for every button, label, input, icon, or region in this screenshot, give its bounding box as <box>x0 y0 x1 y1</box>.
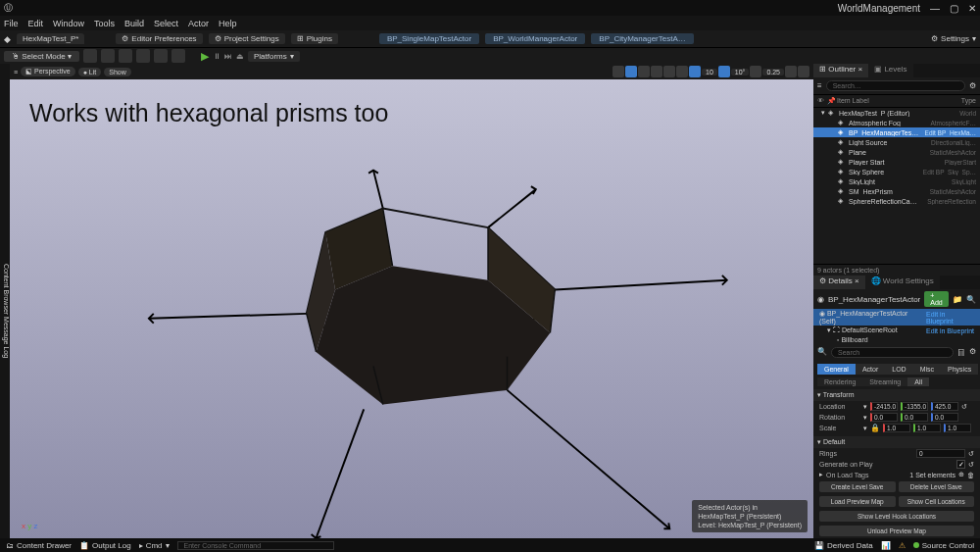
scale-x[interactable]: 1.0 <box>883 424 910 432</box>
menu-help[interactable]: Help <box>219 19 237 28</box>
pause-icon[interactable]: ⏸ <box>213 52 220 61</box>
source-control-button[interactable]: Source Control <box>913 541 974 550</box>
skip-icon[interactable]: ⏭ <box>224 52 232 61</box>
platforms-dropdown[interactable]: Platforms ▾ <box>248 51 300 62</box>
menu-build[interactable]: Build <box>124 19 144 28</box>
blueprints-icon[interactable] <box>154 49 168 63</box>
rotation-z[interactable]: 0.0 <box>931 413 958 422</box>
rotation-x[interactable]: 0.0 <box>870 413 898 422</box>
details-category-tab[interactable]: LOD <box>885 364 912 375</box>
menu-window[interactable]: Window <box>53 19 84 28</box>
output-log-button[interactable]: 📋 Output Log <box>79 541 131 550</box>
show-dropdown[interactable]: Show <box>104 68 131 76</box>
find-icon[interactable]: 🔍 <box>966 295 976 304</box>
scale-z[interactable]: 1.0 <box>944 424 971 432</box>
location-z[interactable]: 425.0 <box>931 402 958 411</box>
save-icon[interactable] <box>83 49 97 63</box>
bp-tab-1[interactable]: BP_SingleMapTestActor <box>379 33 479 44</box>
message-log-tab[interactable]: Message Log <box>3 317 10 358</box>
settings-dropdown[interactable]: Settings <box>941 34 969 43</box>
details-tab[interactable]: ⚙ Details × <box>813 276 865 289</box>
add-icon[interactable] <box>119 49 132 63</box>
details-category-tab[interactable]: Actor <box>856 364 885 375</box>
edit-blueprint-link[interactable]: Edit in Blueprint <box>926 311 974 325</box>
outliner-row[interactable]: ◈Player StartPlayerStart <box>813 157 980 167</box>
outliner-row[interactable]: ◈Atmospheric FogAtmosphericF… <box>813 118 980 127</box>
component-row[interactable]: ▫ Billboard <box>813 335 980 344</box>
vp-tool-6[interactable] <box>676 66 688 77</box>
asset-tab[interactable]: HexMapTest_P* <box>17 33 84 44</box>
vp-angle-snap[interactable] <box>718 66 730 77</box>
menu-tools[interactable]: Tools <box>94 19 115 28</box>
content-browser-tab[interactable]: Content Browser <box>3 264 10 315</box>
menu-select[interactable]: Select <box>154 19 178 28</box>
action-button[interactable]: Show Level Hook Locations <box>819 511 974 522</box>
vp-camera-speed[interactable] <box>785 66 797 77</box>
generate-on-play-checkbox[interactable] <box>956 460 965 469</box>
action-button[interactable]: Show Cell Locations <box>899 496 975 507</box>
details-subtab[interactable]: Rendering <box>817 377 862 386</box>
location-y[interactable]: -1355.0 <box>901 402 928 411</box>
editor-prefs-button[interactable]: ⚙Editor Preferences <box>116 33 202 44</box>
vp-grid-snap[interactable] <box>689 66 701 77</box>
self-component-row[interactable]: ◉ BP_HexManagerTestActor (Self) Edit in … <box>813 309 980 326</box>
browse-icon[interactable]: 📁 <box>953 295 962 304</box>
stop-icon[interactable]: ⏏ <box>236 52 244 61</box>
action-button[interactable]: Unload Preview Map <box>819 526 974 536</box>
action-button[interactable]: Delete Level Save <box>899 481 975 492</box>
details-subtab[interactable]: All <box>907 377 929 386</box>
expand-icon[interactable]: ▸ <box>819 471 823 478</box>
close-icon[interactable]: × <box>855 276 859 285</box>
action-button[interactable]: Load Preview Map <box>819 496 896 507</box>
details-category-tab[interactable]: Misc <box>913 364 941 375</box>
viewport-menu-icon[interactable]: ≡ <box>14 69 18 75</box>
details-category-tab[interactable]: Physics <box>941 364 978 375</box>
action-button[interactable]: Create Level Save <box>819 481 896 492</box>
clear-icon[interactable]: 🗑 <box>967 472 974 478</box>
vp-maximize[interactable] <box>798 66 809 77</box>
bp-tab-2[interactable]: BP_WorldManagerActor <box>485 33 585 44</box>
outliner-tab[interactable]: ⊞ Outliner × <box>813 64 868 77</box>
filter-icon[interactable]: 目 <box>957 347 965 358</box>
transform-section[interactable]: ▾ Transform <box>813 389 980 401</box>
world-settings-tab[interactable]: 🌐 World Settings <box>865 276 940 289</box>
plugins-button[interactable]: ⊞Plugins <box>291 33 338 44</box>
viewport-3d[interactable]: Works with hexagonal prisms too x y z Se… <box>10 79 813 538</box>
lock-icon[interactable]: 🔒 <box>870 424 880 432</box>
window-minimize-icon[interactable]: — <box>930 3 940 14</box>
warning-icon[interactable]: ⚠ <box>899 541 906 550</box>
vp-tool-move[interactable] <box>625 66 637 77</box>
scale-y[interactable]: 1.0 <box>913 424 941 432</box>
lit-dropdown[interactable]: ● Lit <box>78 68 102 76</box>
details-category-tab[interactable]: General <box>817 364 856 375</box>
col-item-label[interactable]: Item Label <box>837 97 961 105</box>
col-type[interactable]: Type <box>961 97 976 105</box>
outliner-row[interactable]: ▾◈HexMapTest_P (Editor)World <box>813 108 980 118</box>
left-sidebar[interactable]: Content Browser Message Log <box>0 64 10 538</box>
scale-snap[interactable]: 0.25 <box>762 69 784 75</box>
perspective-dropdown[interactable]: ⬕ Perspective <box>21 67 75 76</box>
details-subtab[interactable]: Streaming <box>862 377 907 386</box>
outliner-row[interactable]: ◈SphereReflectionCaptureSphereReflection <box>813 196 980 206</box>
console-input[interactable]: Enter Console Command <box>177 541 334 550</box>
angle-size[interactable]: 10° <box>731 69 750 75</box>
gear-icon[interactable]: ⚙ <box>969 347 976 358</box>
outliner-row[interactable]: ◈Light SourceDirectionalLig… <box>813 137 980 147</box>
rotation-y[interactable]: 0.0 <box>901 413 928 422</box>
derived-data-button[interactable]: 💾 Derived Data <box>814 541 873 550</box>
reset-icon[interactable]: ↺ <box>968 450 974 458</box>
filter-icon[interactable]: ≡ <box>817 81 822 90</box>
vp-scale-snap[interactable] <box>750 66 761 77</box>
vp-tool-1[interactable] <box>612 66 624 77</box>
outliner-row[interactable]: ◈PlaneStaticMeshActor <box>813 147 980 157</box>
outliner-row[interactable]: ◈BP_HexManagerTestActorEdit BP_HexMa… <box>813 127 980 137</box>
window-maximize-icon[interactable]: ▢ <box>950 3 958 14</box>
content-drawer-button[interactable]: 🗂 Content Drawer <box>6 541 72 550</box>
rings-input[interactable]: 0 <box>916 449 965 458</box>
bar-chart-icon[interactable]: 📊 <box>881 541 891 550</box>
cinematics-icon[interactable] <box>172 49 185 63</box>
window-close-icon[interactable]: ✕ <box>968 3 976 14</box>
outliner-search[interactable]: Search… <box>826 80 965 91</box>
marketplace-icon[interactable] <box>136 49 150 63</box>
outliner-row[interactable]: ◈Sky SphereEdit BP_Sky_Sp… <box>813 167 980 176</box>
